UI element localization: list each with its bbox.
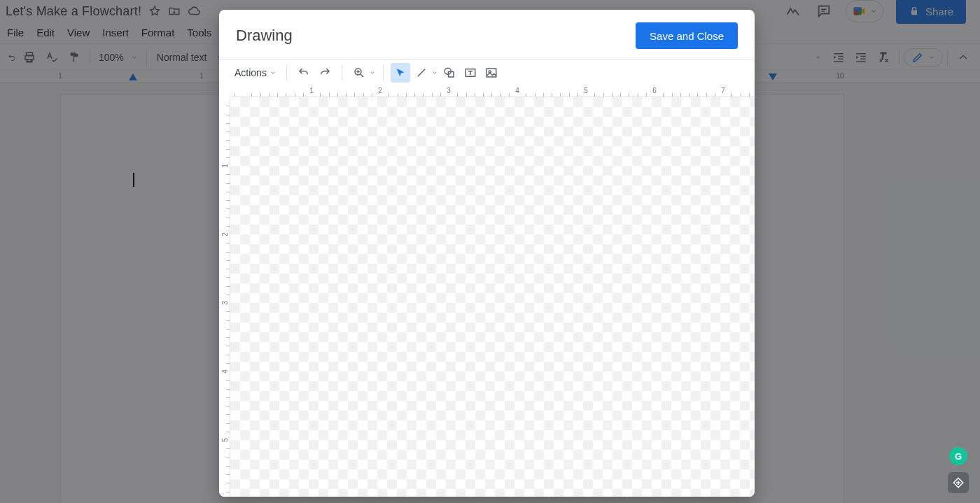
toolbar-separator bbox=[342, 65, 342, 80]
chevron-down-icon bbox=[270, 69, 276, 76]
image-tool-icon[interactable] bbox=[482, 63, 501, 83]
ruler-mark: 2 bbox=[221, 229, 229, 239]
undo-icon[interactable] bbox=[294, 63, 314, 83]
select-tool-icon[interactable] bbox=[391, 63, 410, 83]
ruler-mark: 4 bbox=[221, 367, 229, 376]
grammarly-badge[interactable]: G bbox=[949, 447, 967, 465]
toolbar-separator bbox=[383, 65, 384, 80]
google-docs-window: Let's Make a Flowchart! Share bbox=[0, 0, 980, 503]
drawing-horizontal-ruler[interactable]: 1234567 bbox=[230, 86, 755, 97]
shape-tool-icon[interactable] bbox=[440, 63, 459, 83]
ruler-mark: 4 bbox=[515, 87, 519, 94]
drawing-vertical-ruler[interactable]: 12345 bbox=[219, 97, 230, 497]
svg-rect-7 bbox=[486, 69, 496, 77]
grammarly-initial: G bbox=[955, 451, 962, 462]
diamond-plus-icon bbox=[952, 476, 965, 489]
ruler-mark: 1 bbox=[309, 87, 314, 94]
actions-menu[interactable]: Actions bbox=[234, 67, 279, 78]
ruler-mark: 3 bbox=[447, 87, 451, 94]
ruler-mark: 7 bbox=[721, 87, 725, 94]
ruler-mark: 6 bbox=[652, 87, 657, 94]
ruler-mark: 5 bbox=[584, 87, 588, 94]
drawing-canvas-wrap: 1234567 12345 bbox=[219, 86, 755, 497]
line-tool-icon[interactable] bbox=[412, 63, 431, 83]
ruler-mark: 3 bbox=[221, 298, 229, 308]
ruler-mark: 2 bbox=[378, 87, 382, 94]
drawing-toolbar: Actions bbox=[219, 59, 755, 86]
actions-menu-label: Actions bbox=[234, 67, 267, 78]
ruler-mark: 5 bbox=[221, 435, 229, 445]
chevron-down-icon[interactable] bbox=[431, 69, 438, 76]
bottom-right-floaters: G bbox=[948, 447, 969, 493]
save-and-close-button[interactable]: Save and Close bbox=[636, 22, 738, 49]
zoom-dropdown[interactable] bbox=[349, 63, 369, 83]
drawing-dialog: Drawing Save and Close Actions bbox=[219, 10, 755, 497]
chevron-down-icon[interactable] bbox=[369, 69, 376, 76]
drawing-dialog-header: Drawing Save and Close bbox=[219, 10, 755, 59]
drawing-dialog-title: Drawing bbox=[236, 27, 293, 45]
textbox-tool-icon[interactable] bbox=[461, 63, 480, 83]
explore-button[interactable] bbox=[948, 472, 969, 493]
toolbar-separator bbox=[286, 65, 287, 80]
redo-icon[interactable] bbox=[315, 63, 335, 83]
drawing-canvas[interactable] bbox=[230, 97, 755, 497]
ruler-mark: 1 bbox=[221, 161, 229, 171]
